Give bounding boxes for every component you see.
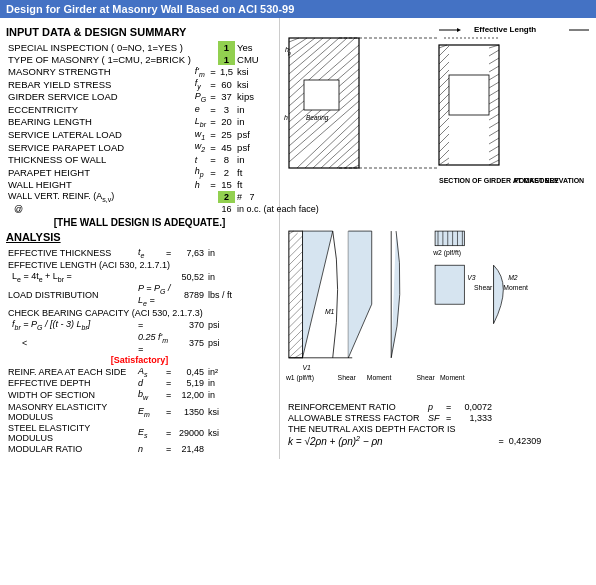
right-panel: Effective Length h — [280, 18, 596, 459]
svg-rect-102 — [435, 231, 464, 246]
formula-row: k = √2ρn + (ρn)2 − ρn = 0,42309 — [286, 434, 590, 447]
svg-line-85 — [289, 306, 303, 320]
svg-rect-32 — [304, 80, 339, 110]
svg-line-41 — [439, 70, 449, 80]
svg-line-57 — [489, 66, 499, 72]
table-row: MODULAR RATIO n = 21,48 — [6, 444, 273, 455]
svg-line-50 — [439, 142, 449, 152]
svg-line-78 — [289, 252, 303, 266]
left-panel: INPUT DATA & DESIGN SUMMARY SPECIAL INSP… — [0, 18, 280, 459]
table-row: EFFECTIVE DEPTH d = 5,19 in — [6, 378, 273, 389]
table-row: SPECIAL INSPECTION ( 0=NO, 1=YES ) 1 Yes — [6, 41, 321, 53]
svg-line-62 — [489, 106, 499, 112]
table-row: REINF. AREA AT EACH SIDE As = 0,45 in² — [6, 365, 273, 378]
svg-line-42 — [439, 78, 449, 88]
svg-line-61 — [489, 98, 499, 104]
svg-text:w1 (plf/ft): w1 (plf/ft) — [285, 374, 314, 382]
svg-text:M2: M2 — [508, 274, 518, 281]
analysis-header: ANALYSIS — [6, 231, 273, 243]
table-row: ECCENTRICITY e = 3 in — [6, 103, 321, 115]
svg-rect-110 — [435, 265, 464, 304]
svg-line-64 — [489, 122, 499, 128]
top-diagram: Effective Length h — [284, 20, 596, 220]
table-row: SERVICE PARAPET LOAD w2 = 45 psf — [6, 141, 321, 154]
svg-line-55 — [489, 50, 499, 56]
load-diagrams: V2 V1 M1 w1 (plf/ft) Shear Moment — [284, 224, 592, 399]
table-row: < 0.25 f'm = 375 psi — [6, 331, 273, 354]
table-row: REINFORCEMENT RATIO p = 0,0072 — [286, 401, 590, 412]
svg-line-87 — [289, 322, 303, 336]
svg-line-69 — [489, 160, 499, 165]
svg-line-40 — [439, 62, 449, 72]
svg-line-8 — [289, 38, 331, 74]
table-row: EFFECTIVE LENGTH (ACI 530, 2.1.7.1) — [6, 259, 273, 270]
load-diagram-svg: V2 V1 M1 w1 (plf/ft) Shear Moment — [284, 224, 592, 399]
svg-text:Shear: Shear — [474, 284, 493, 291]
svg-line-45 — [439, 102, 449, 112]
svg-line-66 — [489, 138, 499, 144]
svg-line-79 — [289, 259, 303, 273]
svg-marker-93 — [303, 231, 333, 358]
table-row: WALL HEIGHT h = 15 ft — [6, 179, 321, 191]
svg-line-39 — [439, 54, 449, 64]
table-row: TYPE OF MASONRY ( 1=CMU, 2=BRICK ) 1 CMU — [6, 53, 321, 65]
svg-line-51 — [439, 150, 449, 160]
svg-rect-36 — [449, 75, 489, 115]
svg-line-26 — [345, 157, 359, 168]
svg-line-88 — [289, 330, 303, 344]
svg-line-56 — [489, 58, 499, 64]
svg-line-58 — [489, 74, 499, 80]
svg-line-24 — [329, 141, 359, 168]
table-row: THICKNESS OF WALL t = 8 in — [6, 154, 321, 166]
formula-display: k = √2ρn + (ρn)2 − ρn — [288, 436, 383, 447]
svg-line-7 — [289, 38, 323, 66]
svg-line-49 — [439, 134, 449, 144]
input-header: INPUT DATA & DESIGN SUMMARY — [6, 26, 273, 38]
title-bar: Design for Girder at Masonry Wall Based … — [0, 0, 596, 18]
svg-line-44 — [439, 94, 449, 104]
svg-line-75 — [289, 233, 298, 242]
svg-text:Shear: Shear — [417, 374, 436, 381]
svg-line-77 — [289, 244, 303, 258]
svg-line-43 — [439, 86, 449, 96]
table-row: WIDTH OF SECTION bw = 12,00 in — [6, 389, 273, 402]
svg-line-48 — [439, 126, 449, 136]
svg-text:M1: M1 — [325, 308, 335, 315]
svg-line-81 — [289, 275, 303, 289]
svg-line-46 — [439, 110, 449, 120]
adequate-message: [THE WALL DESIGN IS ADEQUATE.] — [6, 217, 273, 228]
table-row: [Satisfactory] — [6, 354, 273, 365]
table-row: fbr = PG / [(t - 3) Lbr] = 370 psi — [6, 319, 273, 332]
table-row: REBAR YIELD STRESS fy = 60 ksi — [6, 78, 321, 91]
svg-line-80 — [289, 267, 303, 281]
svg-line-68 — [489, 154, 499, 160]
table-row: LOAD DISTRIBUTION P = PG / Le = 8789 lbs… — [6, 283, 273, 308]
svg-line-5 — [289, 38, 307, 50]
svg-text:w2 (plf/ft): w2 (plf/ft) — [432, 249, 461, 257]
svg-line-60 — [489, 90, 499, 96]
svg-line-23 — [321, 133, 359, 168]
table-row: PARAPET HEIGHT hp = 2 ft — [6, 166, 321, 179]
svg-line-82 — [289, 283, 303, 297]
svg-line-83 — [289, 291, 303, 305]
table-row: CHECK BEARING CAPACITY (ACI 530, 2.1.7.3… — [6, 308, 273, 319]
svg-line-47 — [439, 118, 449, 128]
svg-line-89 — [289, 337, 303, 351]
table-row: BEARING LENGTH Lbr = 20 in — [6, 115, 321, 128]
svg-text:Bearing: Bearing — [306, 114, 329, 122]
reinf-section: REINFORCEMENT RATIO p = 0,0072 ALLOWABLE… — [284, 401, 592, 447]
svg-line-25 — [337, 149, 359, 168]
svg-line-86 — [289, 314, 303, 328]
table-row: GIRDER SERVICE LOAD PG = 37 kips — [6, 91, 321, 104]
wall-reinf-at-row: @ 16 in o.c. (at each face) — [6, 203, 321, 214]
svg-text:p: p — [287, 50, 291, 56]
svg-text:V3: V3 — [467, 274, 476, 281]
svg-line-84 — [289, 298, 303, 312]
svg-text:V1: V1 — [303, 364, 312, 371]
analysis-table: EFFECTIVE THICKNESS te = 7,63 in EFFECTI… — [6, 246, 273, 454]
svg-line-65 — [489, 130, 499, 136]
table-row: ALLOWABLE STRESS FACTOR SF = 1,333 — [286, 412, 590, 423]
main-container: INPUT DATA & DESIGN SUMMARY SPECIAL INSP… — [0, 18, 596, 459]
svg-line-76 — [289, 236, 303, 250]
svg-text:Moment: Moment — [503, 284, 528, 291]
